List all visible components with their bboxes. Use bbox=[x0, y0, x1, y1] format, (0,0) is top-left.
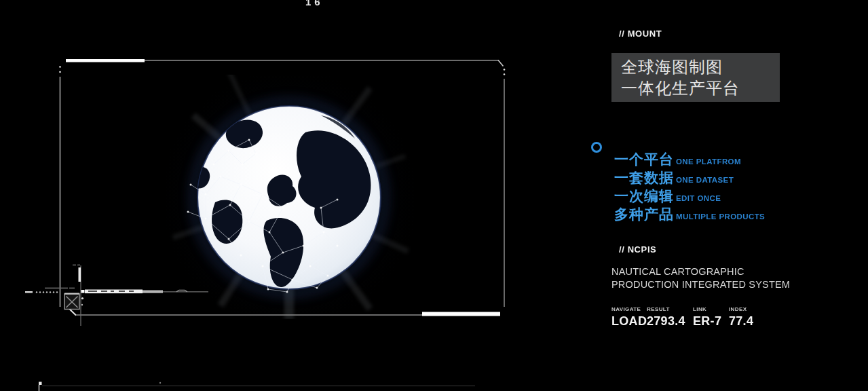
system-name-line1: NAUTICAL CARTOGRAPHIC bbox=[611, 265, 790, 278]
stat-navigate: NAVIGATE LOAD bbox=[611, 306, 647, 329]
ncpis-section-label: // NCPIS bbox=[619, 244, 656, 255]
feature-list: 一个平台 ONE PLATFROM 一套数据 ONE DATASET 一次编辑 … bbox=[614, 150, 765, 223]
feature-item-multiple-products: 多种产品 MULTIPLE PRODUCTS bbox=[614, 205, 765, 223]
frame-left-edge bbox=[59, 66, 61, 307]
stat-label: NAVIGATE bbox=[611, 306, 647, 312]
feature-zh: 多种产品 bbox=[614, 205, 674, 224]
bullet-ring-icon bbox=[591, 142, 602, 153]
feature-zh: 一个平台 bbox=[614, 150, 674, 169]
feature-item-one-platform: 一个平台 ONE PLATFROM bbox=[614, 150, 765, 168]
stat-label: LINK bbox=[693, 306, 729, 312]
feature-item-one-dataset: 一套数据 ONE DATASET bbox=[614, 168, 765, 187]
platform-title-line2: 一体化生产平台 bbox=[621, 77, 780, 98]
screen: 16 // MOUNT 全球海图制图 一体化生产平台 一个平台 ONE PLAT… bbox=[0, 0, 868, 391]
feature-item-edit-once: 一次编辑 EDIT ONCE bbox=[614, 187, 765, 205]
system-full-name: NAUTICAL CARTOGRAPHIC PRODUCTION INTEGRA… bbox=[611, 265, 790, 291]
feature-en: ONE PLATFROM bbox=[676, 157, 741, 166]
feature-en: MULTIPLE PRODUCTS bbox=[676, 212, 765, 221]
mount-section-label: // MOUNT bbox=[619, 29, 662, 39]
feature-zh: 一次编辑 bbox=[614, 187, 674, 206]
platform-title-box: 全球海图制图 一体化生产平台 bbox=[611, 53, 780, 102]
feature-en: EDIT ONCE bbox=[676, 194, 721, 202]
hud-cluster-bottom-left bbox=[25, 265, 208, 327]
system-name-line2: PRODUCTION INTEGRATED SYSTEM bbox=[611, 278, 790, 291]
stat-index: INDEX 77.4 bbox=[729, 306, 770, 329]
stat-value: ER-7 bbox=[693, 314, 729, 329]
feature-en: ONE DATASET bbox=[676, 176, 734, 184]
crosshair-box-icon bbox=[64, 293, 79, 310]
feature-zh: 一套数据 bbox=[614, 168, 674, 187]
stat-link: LINK ER-7 bbox=[693, 306, 729, 329]
stat-label: RESULT bbox=[647, 306, 693, 312]
stat-value: 2793.4 bbox=[647, 314, 693, 329]
stat-result: RESULT 2793.4 bbox=[647, 306, 693, 329]
hud-cluster-screen-bottom bbox=[39, 382, 475, 391]
platform-title-line1: 全球海图制图 bbox=[621, 56, 780, 77]
status-readout: NAVIGATE LOAD RESULT 2793.4 LINK ER-7 IN… bbox=[611, 306, 770, 329]
stat-value: LOAD bbox=[611, 314, 647, 329]
top-counter: 16 bbox=[305, 0, 324, 7]
frame-top-edge bbox=[66, 59, 504, 67]
stat-label: INDEX bbox=[729, 306, 770, 312]
frame-right-edge bbox=[504, 69, 506, 307]
stat-value: 77.4 bbox=[729, 314, 770, 329]
frame-bottom-edge bbox=[67, 307, 500, 316]
